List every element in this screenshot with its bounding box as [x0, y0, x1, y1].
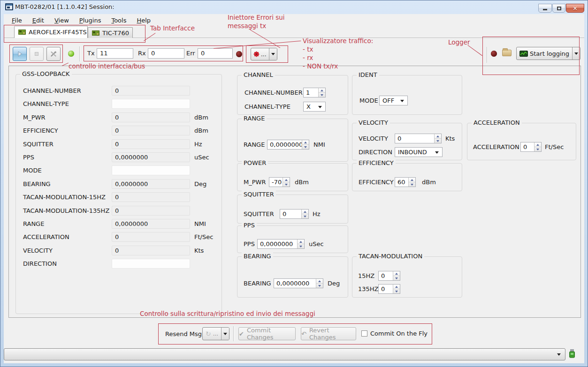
tab-aeroflex-iff45ts[interactable]: AEROFLEX-IFF45TS [14, 26, 88, 38]
field-label: SQUITTER [23, 141, 53, 148]
readonly-value-field: 0 [112, 206, 190, 216]
group-acceleration: ACCELERATION ACCELERATION 0 Ft/Sec [467, 123, 576, 160]
configure-interface-button[interactable] [46, 47, 61, 61]
spin-down-button[interactable] [316, 284, 323, 288]
spin-down-button[interactable] [393, 276, 400, 280]
start-interface-button[interactable] [13, 47, 27, 61]
unit-label: uSec [194, 154, 209, 161]
spinner-value[interactable]: 0,0000000 [258, 240, 297, 248]
spinner-value[interactable]: 0 [521, 142, 534, 151]
spin-down-button[interactable] [409, 182, 415, 187]
spin-up-button[interactable] [302, 140, 309, 145]
tacan-135hz-spinner[interactable]: 0 [378, 284, 400, 294]
spin-up-button[interactable] [393, 271, 400, 276]
group-title: PPS [242, 222, 257, 229]
spin-down-button[interactable] [319, 93, 325, 97]
spin-up-button[interactable] [393, 285, 400, 289]
log-folder-icon[interactable] [502, 50, 512, 56]
commit-changes-button[interactable]: ✔ Commit Changes [238, 327, 296, 340]
menu-item-tools[interactable]: Tools [107, 16, 131, 25]
spin-down-button[interactable] [435, 139, 441, 143]
spin-down-button[interactable] [393, 289, 400, 293]
spinner-value[interactable]: 60 [395, 178, 408, 187]
bus-status-led [68, 51, 74, 57]
resend-msg-main[interactable]: ↻ ... [203, 328, 221, 340]
message-selector-combo[interactable] [4, 348, 565, 360]
unit-label: Deg [194, 180, 206, 187]
spin-down-button[interactable] [283, 182, 290, 187]
maximize-button[interactable] [552, 4, 565, 13]
spin-up-button[interactable] [283, 178, 290, 182]
group-ident: IDENT MODE OFF [352, 75, 462, 115]
gss-row: SQUITTER 0 Hz [16, 139, 221, 150]
spin-up-button[interactable] [435, 134, 441, 139]
m-pwr-spinner[interactable]: -70 [269, 177, 290, 187]
start-logging-dropdown[interactable] [572, 47, 580, 60]
acceleration-spinner[interactable]: 0 [520, 142, 542, 152]
field-label: ACCELERATION [23, 233, 69, 240]
resend-msg-button[interactable]: ↻ ... [202, 327, 229, 340]
m-pwr-unit: dBm [295, 179, 309, 186]
spin-up-button[interactable] [298, 240, 304, 244]
menu-item-edit[interactable]: Edit [28, 16, 49, 25]
commit-on-the-fly-checkbox[interactable] [361, 330, 367, 337]
spinner-value[interactable]: 0 [379, 271, 393, 280]
menu-item-help[interactable]: Help [132, 16, 155, 25]
err-count-field[interactable]: 0 [198, 48, 233, 59]
spin-down-button[interactable] [535, 147, 541, 151]
logger-separator [487, 47, 487, 63]
group-title: BEARING [242, 253, 273, 260]
spinner-value[interactable]: 0,0000000 [267, 140, 302, 149]
channel-type-combo[interactable]: X [303, 102, 326, 112]
stop-interface-button[interactable] [30, 47, 44, 61]
spinner-value[interactable]: 0 [379, 285, 393, 293]
revert-changes-button[interactable]: ↶ Revert Changes [301, 327, 356, 340]
squitter-spinner[interactable]: 0 [280, 209, 309, 219]
group-gss-loopback: GSS-LOOPBACK CHANNEL-NUMBER 0 CHANNEL-TY… [15, 74, 222, 314]
resend-msg-dropdown[interactable] [221, 328, 229, 340]
range-spinner[interactable]: 0,0000000 [267, 140, 309, 150]
error-injector-button[interactable]: ... [251, 48, 277, 60]
window-title: MBT-0282/01 [1.1.0.42] Session: [15, 3, 115, 10]
channel-number-spinner[interactable]: 1 [303, 88, 326, 97]
spin-up-button[interactable] [319, 88, 325, 93]
field-label: VELOCITY [23, 247, 53, 254]
gss-row: BEARING 0,0000000 Deg [16, 179, 221, 189]
menu-item-plugins[interactable]: Plugins [75, 16, 106, 25]
spin-up-button[interactable] [316, 279, 323, 284]
spin-up-button[interactable] [302, 210, 308, 214]
spinner-value[interactable]: 0,0000000 [274, 279, 316, 288]
menu-item-view[interactable]: View [50, 16, 74, 25]
spin-down-button[interactable] [302, 145, 309, 149]
menu-item-file[interactable]: File [7, 16, 27, 25]
error-injector-dropdown[interactable] [269, 48, 277, 60]
start-logging-button[interactable]: Start logging [516, 47, 580, 60]
spinner-value[interactable]: -70 [269, 178, 283, 187]
spin-up-button[interactable] [535, 142, 541, 147]
tx-count-field[interactable]: 11 [97, 48, 133, 59]
spinner-value[interactable]: 1 [304, 88, 318, 97]
bearing-spinner[interactable]: 0,0000000 [274, 278, 323, 288]
readonly-value-field: 0 [112, 126, 190, 135]
rx-count-field[interactable]: 0 [148, 48, 184, 59]
error-injector-main[interactable]: ... [251, 48, 269, 60]
group-title: CHANNEL [242, 71, 275, 78]
connector-icon[interactable] [569, 349, 575, 360]
direction-combo[interactable]: INBOUND [395, 147, 443, 157]
spin-up-button[interactable] [409, 178, 415, 182]
tab-tic-t760[interactable]: TIC-T760 [88, 27, 133, 38]
start-logging-main[interactable]: Start logging [517, 47, 572, 60]
menu-bar: File Edit View Plugins Tools Help [4, 15, 155, 25]
velocity-spinner[interactable]: 0 [395, 134, 442, 143]
minimize-button[interactable] [538, 4, 552, 13]
spinner-value[interactable]: 0 [395, 134, 434, 143]
annotation-controllo-scrittura: Controllo sulla scrittura/ripristino ed … [140, 310, 315, 317]
tacan-15hz-spinner[interactable]: 0 [378, 271, 400, 281]
efficiency-spinner[interactable]: 60 [395, 177, 416, 187]
spinner-value[interactable]: 0 [280, 210, 301, 218]
spin-down-button[interactable] [302, 214, 308, 218]
pps-spinner[interactable]: 0,0000000 [257, 239, 305, 249]
ident-mode-combo[interactable]: OFF [379, 96, 408, 105]
close-button[interactable]: ✕ [566, 4, 584, 13]
spin-down-button[interactable] [298, 244, 304, 248]
